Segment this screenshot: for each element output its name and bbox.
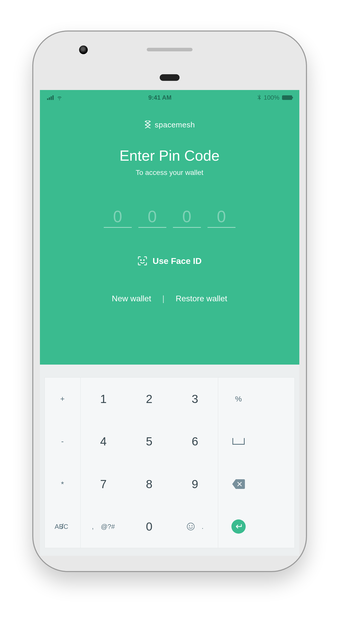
pin-cell-2[interactable]: 0 [138,207,166,228]
key-6[interactable]: 6 [172,420,218,463]
pin-cell-3[interactable]: 0 [173,207,201,228]
phone-frame: 9:41 AM 100% spacemesh Enter Pin Code To… [32,31,307,572]
status-time: 9:41 AM [148,94,171,101]
enter-icon [231,519,246,534]
brand: spacemesh [40,121,299,129]
svg-point-2 [187,523,194,530]
page-subtitle: To access your wallet [40,169,299,177]
key-2[interactable]: 2 [126,378,172,420]
emoji-icon [186,522,195,531]
key-backspace[interactable] [218,463,259,505]
pin-cell-4[interactable]: 0 [208,207,235,228]
battery-icon [282,95,292,100]
key-0[interactable]: 0 [126,505,172,548]
key-1[interactable]: 1 [81,378,126,420]
signal-icon [47,95,54,100]
status-bar: 9:41 AM 100% [40,90,299,105]
svg-point-1 [144,260,144,261]
app-panel: 9:41 AM 100% spacemesh Enter Pin Code To… [40,90,299,365]
links-divider: | [162,294,164,303]
bluetooth-icon [257,95,261,101]
key-7[interactable]: 7 [81,463,126,505]
key-abc[interactable]: ABC [55,523,68,531]
face-id-icon [137,256,148,266]
svg-point-0 [141,260,141,261]
key-9[interactable]: 9 [172,463,218,505]
use-face-id-button[interactable]: Use Face ID [40,256,299,266]
key-symbols[interactable]: , @?# [81,505,126,548]
sensor-pill [160,74,180,81]
key-minus[interactable]: - [45,420,80,463]
key-plus[interactable]: + [45,378,80,420]
camera-dot [79,46,88,54]
battery-percent: 100% [264,94,279,101]
key-5[interactable]: 5 [126,420,172,463]
key-percent[interactable]: % [218,378,259,420]
svg-point-3 [189,525,190,526]
backspace-icon [232,479,245,489]
pin-cell-1[interactable]: 0 [104,207,132,228]
wallet-links: New wallet | Restore wallet [40,294,299,303]
brand-name: spacemesh [155,121,195,129]
page-title: Enter Pin Code [40,147,299,164]
keyboard: + - * / 1 2 3 4 5 6 7 8 9 0 , @?# [40,365,299,556]
face-id-label: Use Face ID [153,256,202,266]
key-8[interactable]: 8 [126,463,172,505]
key-emoji[interactable]: . [172,505,218,548]
pin-input-row: 0 0 0 0 [40,207,299,228]
key-enter[interactable] [218,505,259,548]
space-icon [232,438,245,445]
svg-point-4 [191,525,193,526]
key-4[interactable]: 4 [81,420,126,463]
key-space[interactable] [218,420,259,463]
key-3[interactable]: 3 [172,378,218,420]
wifi-icon [56,94,63,101]
new-wallet-link[interactable]: New wallet [112,294,151,303]
key-asterisk[interactable]: * [45,463,80,505]
screen: 9:41 AM 100% spacemesh Enter Pin Code To… [40,90,299,556]
restore-wallet-link[interactable]: Restore wallet [176,294,227,303]
spacemesh-logo-icon [144,121,151,129]
speaker-slot [147,48,193,51]
